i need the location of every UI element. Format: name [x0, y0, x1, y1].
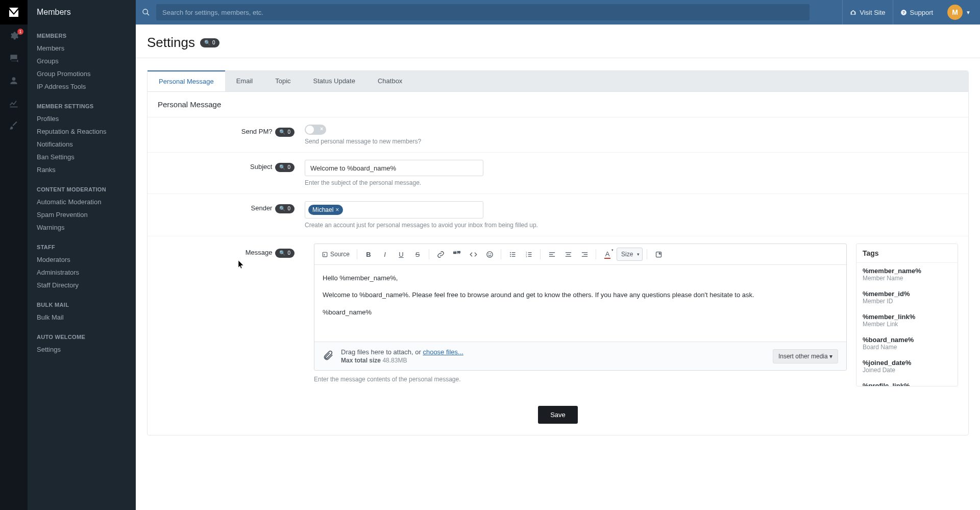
- sidebar-item[interactable]: Moderators: [28, 253, 136, 266]
- sender-badge[interactable]: 🔍0: [275, 204, 295, 213]
- sidebar-item[interactable]: Warnings: [28, 221, 136, 234]
- underline-icon[interactable]: U: [394, 247, 408, 261]
- sidebar-item[interactable]: Settings: [28, 343, 136, 356]
- tag-item[interactable]: %member_id%Member ID: [856, 286, 958, 309]
- page-title: Settings: [147, 35, 195, 51]
- align-right-icon[interactable]: [577, 247, 592, 261]
- sidebar-item[interactable]: Automatic Moderation: [28, 196, 136, 208]
- remove-chip-icon[interactable]: ×: [335, 206, 339, 213]
- editor-line: Hello %member_name%,: [323, 272, 838, 284]
- tag-item[interactable]: %board_name%Board Name: [856, 332, 958, 355]
- sidebar-item[interactable]: Bulk Mail: [28, 311, 136, 324]
- tag-key: %member_name%: [863, 267, 951, 275]
- attach-max-value: 48.83MB: [382, 357, 407, 364]
- tags-heading: Tags: [856, 244, 958, 263]
- tab[interactable]: Topic: [264, 71, 302, 91]
- quote-icon[interactable]: ❝❞: [450, 247, 464, 261]
- editor-body[interactable]: Hello %member_name%,Welcome to %board_na…: [314, 265, 846, 342]
- bold-icon[interactable]: B: [361, 247, 376, 261]
- svg-rect-16: [528, 254, 531, 254]
- subject-badge[interactable]: 🔍0: [275, 163, 295, 172]
- tabs: Personal MessageEmailTopicStatus UpdateC…: [148, 71, 968, 92]
- text-color-icon[interactable]: A▾: [600, 247, 615, 261]
- svg-rect-3: [323, 252, 327, 257]
- tab[interactable]: Email: [225, 71, 264, 91]
- sender-input[interactable]: Michael ×: [305, 201, 483, 218]
- tab[interactable]: Chatbox: [366, 71, 413, 91]
- svg-rect-27: [581, 256, 587, 256]
- rail-brush-icon[interactable]: [0, 114, 28, 137]
- sidebar-item[interactable]: Spam Prevention: [28, 208, 136, 221]
- svg-point-6: [491, 253, 491, 254]
- svg-rect-12: [511, 256, 515, 256]
- code-icon[interactable]: [466, 247, 480, 261]
- sidebar-heading: STAFF: [28, 241, 136, 253]
- italic-icon[interactable]: I: [378, 247, 392, 261]
- svg-rect-24: [565, 256, 571, 256]
- sidebar-item[interactable]: Members: [28, 42, 136, 55]
- sidebar-item[interactable]: Reputation & Reactions: [28, 125, 136, 138]
- emoji-icon[interactable]: [482, 247, 497, 261]
- ul-icon[interactable]: [505, 247, 520, 261]
- sidebar-item[interactable]: Ban Settings: [28, 151, 136, 163]
- align-center-icon[interactable]: [561, 247, 575, 261]
- support-link[interactable]: ? Support: [893, 0, 941, 25]
- avatar[interactable]: M: [947, 5, 963, 20]
- page-badge[interactable]: 🔍0: [200, 38, 219, 47]
- sidebar-item[interactable]: Groups: [28, 55, 136, 67]
- visit-site-label: Visit Site: [860, 9, 885, 16]
- source-button[interactable]: Source: [318, 247, 353, 261]
- choose-files-link[interactable]: choose files...: [423, 348, 463, 356]
- rail-stats-icon[interactable]: [0, 92, 28, 114]
- rail-settings-icon[interactable]: 1: [0, 25, 28, 47]
- save-button[interactable]: Save: [538, 406, 578, 424]
- tag-key: %profile_link%: [863, 382, 951, 386]
- search-icon[interactable]: [136, 0, 156, 25]
- tag-item[interactable]: %member_name%Member Name: [856, 263, 958, 286]
- subject-input[interactable]: [305, 160, 483, 176]
- rail-chat-icon[interactable]: [0, 47, 28, 69]
- rail-user-icon[interactable]: [0, 69, 28, 92]
- message-badge[interactable]: 🔍0: [275, 249, 295, 258]
- row-sender: Sender 🔍0 Michael × Create an account ju…: [148, 194, 968, 236]
- svg-rect-20: [549, 254, 553, 254]
- tag-desc: Member Name: [863, 275, 951, 282]
- topbar: Visit Site ? Support M ▼: [136, 0, 980, 25]
- preview-icon[interactable]: [651, 247, 666, 261]
- tab[interactable]: Personal Message: [148, 70, 225, 91]
- row-message: Message 🔍0 Source B I U S: [148, 236, 968, 397]
- link-icon[interactable]: [433, 247, 448, 261]
- sidebar-item[interactable]: IP Address Tools: [28, 80, 136, 93]
- ol-icon[interactable]: 123: [522, 247, 536, 261]
- search-input[interactable]: [156, 4, 810, 20]
- tag-desc: Member Link: [863, 321, 951, 328]
- insert-other-media-button[interactable]: Insert other media ▾: [773, 349, 838, 363]
- svg-rect-14: [528, 252, 531, 253]
- sidebar: Members MEMBERSMembersGroupsGroup Promot…: [28, 0, 136, 510]
- sidebar-item[interactable]: Staff Directory: [28, 279, 136, 292]
- tag-key: %member_id%: [863, 290, 951, 298]
- strike-icon[interactable]: S: [410, 247, 425, 261]
- chevron-down-icon[interactable]: ▼: [966, 10, 971, 15]
- align-left-icon[interactable]: [545, 247, 559, 261]
- sender-chip[interactable]: Michael ×: [308, 205, 343, 215]
- sidebar-item[interactable]: Ranks: [28, 163, 136, 176]
- sidebar-heading: MEMBERS: [28, 30, 136, 42]
- tag-item[interactable]: %profile_link%Profile Link: [856, 378, 958, 386]
- tag-key: %joined_date%: [863, 359, 951, 367]
- tag-item[interactable]: %joined_date%Joined Date: [856, 355, 958, 378]
- logo[interactable]: [0, 0, 28, 25]
- size-select[interactable]: Size: [617, 248, 643, 261]
- sidebar-item[interactable]: Administrators: [28, 266, 136, 279]
- sidebar-item[interactable]: Profiles: [28, 112, 136, 125]
- settings-panel: Personal MessageEmailTopicStatus UpdateC…: [147, 70, 969, 435]
- send-pm-badge[interactable]: 🔍0: [275, 128, 295, 137]
- sidebar-item[interactable]: Notifications: [28, 138, 136, 151]
- tag-item[interactable]: %member_link%Member Link: [856, 309, 958, 332]
- attach-bar: Drag files here to attach, or choose fil…: [314, 342, 846, 370]
- tab[interactable]: Status Update: [302, 71, 366, 91]
- send-pm-toggle[interactable]: ×: [305, 125, 326, 135]
- visit-site-link[interactable]: Visit Site: [842, 0, 892, 25]
- module-title: Members: [28, 0, 136, 25]
- sidebar-item[interactable]: Group Promotions: [28, 67, 136, 80]
